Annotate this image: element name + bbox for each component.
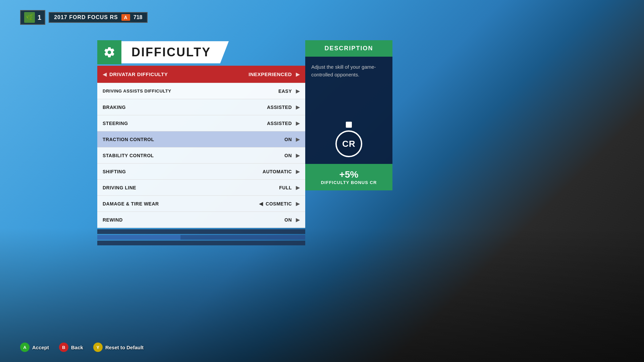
car-name: 2017 FORD FOCUS RS	[54, 14, 118, 20]
braking-value: ASSISTED	[267, 105, 292, 110]
difficulty-icon-box	[97, 40, 121, 64]
bottom-bars	[97, 229, 305, 245]
player-number: 1	[38, 14, 41, 21]
traction-control-row[interactable]: TRACTION CONTROL ON ▶	[97, 131, 305, 147]
car-class: A	[121, 14, 130, 21]
damage-tire-wear-row[interactable]: DAMAGE & TIRE WEAR ◀ COSMETIC ▶	[97, 196, 305, 212]
drivatar-arrow-left[interactable]: ◀	[103, 71, 107, 77]
braking-label: BRAKING	[103, 105, 267, 110]
accept-label: Accept	[32, 345, 49, 350]
driving-assists-label: DRIVING ASSISTS DIFFICULTY	[103, 88, 278, 94]
damage-tire-wear-label: DAMAGE & TIRE WEAR	[103, 201, 256, 206]
player-icon: 🌿	[24, 12, 35, 23]
driving-assists-row[interactable]: DRIVING ASSISTS DIFFICULTY EASY ▶	[97, 83, 305, 99]
driving-line-label: DRIVING LINE	[103, 185, 279, 190]
shifting-label: SHIFTING	[103, 169, 263, 174]
description-header: DESCRIPTION	[305, 40, 392, 57]
bonus-footer: +5% DIFFICULTY BONUS CR	[305, 164, 392, 190]
accept-button[interactable]: A Accept	[20, 343, 49, 352]
car-pi: 718	[133, 14, 143, 20]
braking-arrow[interactable]: ▶	[296, 104, 300, 110]
driving-line-arrow[interactable]: ▶	[296, 184, 300, 191]
car-badge: 2017 FORD FOCUS RS A 718	[49, 12, 148, 23]
steering-value: ASSISTED	[267, 121, 292, 126]
drivatar-label: DRIVATAR DIFFICULTY	[109, 71, 249, 77]
reset-button[interactable]: Y Reset to Default	[93, 343, 144, 352]
difficulty-title-box: DIFFICULTY	[121, 41, 229, 63]
bottom-bar-3	[97, 241, 305, 245]
a-button-icon: A	[20, 343, 30, 352]
stability-control-row[interactable]: STABILITY CONTROL ON ▶	[97, 147, 305, 164]
damage-tire-wear-value: COSMETIC	[266, 201, 292, 206]
description-title: DESCRIPTION	[312, 45, 386, 52]
rewind-row[interactable]: REWIND ON ▶	[97, 212, 305, 228]
traction-control-arrow[interactable]: ▶	[296, 136, 300, 142]
drivatar-difficulty-row[interactable]: ◀ DRIVATAR DIFFICULTY INEXPERIENCED ▶	[97, 66, 305, 83]
bonus-percent: +5%	[309, 169, 389, 180]
stability-control-arrow[interactable]: ▶	[296, 152, 300, 159]
gear-icon	[103, 46, 115, 58]
bottom-bar-2	[97, 235, 305, 240]
cr-badge-container: CR	[335, 122, 362, 157]
driving-assists-value: EASY	[278, 88, 292, 94]
damage-tire-wear-arrow-left[interactable]: ◀	[259, 200, 263, 207]
settings-list: ◀ DRIVATAR DIFFICULTY INEXPERIENCED ▶ DR…	[97, 66, 305, 245]
stability-control-label: STABILITY CONTROL	[103, 153, 284, 158]
traction-control-label: TRACTION CONTROL	[103, 137, 284, 142]
cr-badge: CR	[335, 130, 362, 157]
description-text: Adjust the skill of your game-controlled…	[311, 63, 386, 78]
y-button-icon: Y	[93, 343, 103, 352]
braking-row[interactable]: BRAKING ASSISTED ▶	[97, 99, 305, 115]
rewind-arrow[interactable]: ▶	[296, 217, 300, 223]
drivatar-value: INEXPERIENCED	[249, 71, 292, 77]
cr-badge-top-indicator	[346, 122, 352, 128]
rewind-label: REWIND	[103, 217, 284, 223]
damage-tire-wear-arrow-right[interactable]: ▶	[296, 200, 300, 207]
steering-label: STEERING	[103, 121, 267, 126]
bottom-bar-1	[97, 229, 305, 234]
player-badge: 🌿 1	[20, 10, 45, 25]
difficulty-title: DIFFICULTY	[131, 45, 219, 59]
shifting-row[interactable]: SHIFTING AUTOMATIC ▶	[97, 164, 305, 180]
shifting-value: AUTOMATIC	[263, 169, 292, 174]
steering-row[interactable]: STEERING ASSISTED ▶	[97, 115, 305, 131]
bonus-label: DIFFICULTY BONUS CR	[309, 180, 389, 185]
bottom-controls: A Accept B Back Y Reset to Default	[20, 343, 144, 352]
rewind-value: ON	[284, 217, 292, 223]
driving-assists-arrow[interactable]: ▶	[296, 88, 300, 94]
b-button-icon: B	[59, 343, 68, 352]
shifting-arrow[interactable]: ▶	[296, 168, 300, 175]
traction-control-value: ON	[284, 137, 292, 142]
reset-label: Reset to Default	[105, 345, 144, 350]
driving-line-value: FULL	[279, 185, 292, 190]
hud: 🌿 1 2017 FORD FOCUS RS A 718	[20, 10, 148, 25]
steering-arrow[interactable]: ▶	[296, 120, 300, 126]
driving-line-row[interactable]: DRIVING LINE FULL ▶	[97, 180, 305, 196]
drivatar-arrow-right[interactable]: ▶	[296, 71, 300, 77]
bottom-bar-inner	[97, 235, 180, 240]
stability-control-value: ON	[284, 153, 292, 158]
description-panel: DESCRIPTION Adjust the skill of your gam…	[305, 40, 392, 190]
back-label: Back	[71, 345, 83, 350]
description-body: Adjust the skill of your game-controlled…	[305, 57, 392, 164]
back-button[interactable]: B Back	[59, 343, 83, 352]
